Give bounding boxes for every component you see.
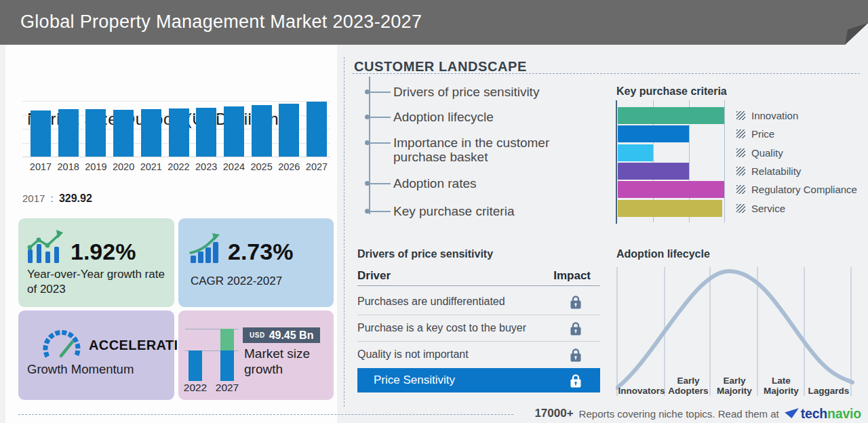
kpc-legend-item-relatability: Relatability [736,165,801,177]
legend-swatch-icon [736,167,745,176]
lock-icon [570,321,581,336]
callout-value: 329.92 [59,193,92,204]
page-title: Global Property Management Market 2023-2… [20,0,422,43]
kpc-bar-relatability [618,163,689,180]
market-size-bar-2023 [196,108,216,157]
growth-amount-badge: USD 49.45 Bn [243,327,320,343]
legend-label: Innovation [751,110,798,121]
speedometer-icon [41,329,82,359]
customer-landscape-title: CUSTOMER LANDSCAPE [354,59,527,75]
landscape-item: Adoption lifecycle [393,110,612,124]
column-divider [344,57,344,407]
market-size-bar-2020 [113,110,134,157]
growth-year-label: 2022 [184,382,207,394]
market-size-bar-2021 [141,109,161,157]
gridline [22,101,330,102]
brand-tech: tech [801,406,827,421]
market-size-bar-2019 [85,109,106,157]
brand-navio: navio [827,406,861,421]
landscape-item: Adoption rates [393,176,612,190]
market-size-bar-chart [22,95,330,157]
landscape-item: Importance in the customer purchase bask… [393,136,604,164]
footer: 17000+ Reports covering niche topics. Re… [534,405,861,422]
kpc-bar-quality [618,144,653,161]
market-size-bar-2017 [31,110,51,157]
drivers-title: Drivers of price sensitivity [357,248,493,260]
report-count: 17000+ [534,407,573,420]
badge-currency: USD [250,331,265,339]
legend-swatch-icon [736,129,745,138]
kpc-legend-item-price: Price [736,128,774,140]
landscape-item: Drivers of price sensitivity [393,85,612,99]
driver-label: Price Sensitivity [357,374,455,387]
landscape-item: Key purchase criteria [393,204,612,218]
legend-label: Regulatory Compliance [751,184,857,195]
callout-year: 2017 [22,193,45,204]
legend-label: Price [751,128,774,140]
lifecycle-stage: Innovators [614,371,669,396]
lifecycle-stage: Laggards [802,371,856,396]
lifecycle-stage: Early Majority [707,371,762,396]
year-tick-label: 2023 [195,161,217,172]
yoy-growth-value: 1.92% [71,239,136,265]
market-size-bar-2024 [224,106,244,157]
col-impact: Impact [553,269,591,283]
legend-swatch-icon [736,185,745,194]
lock-icon [570,295,581,309]
cagr-value: 2.73% [228,239,293,265]
market-size-bar-2018 [58,109,79,157]
kpc-bar-price [618,125,689,142]
x-axis-line [22,157,330,157]
year-tick-label: 2025 [250,161,272,172]
kpc-bar-regulatory-compliance [618,181,724,198]
lifecycle-stage: Late Majority [754,371,808,396]
col-driver: Driver [357,269,391,283]
year-tick-label: 2027 [306,161,328,172]
technavio-logo: technavio [785,406,861,422]
lock-icon [570,348,581,362]
badge-amount: 49.45 Bn [269,329,314,342]
header-banner: Global Property Management Market 2023-2… [0,0,868,45]
growth-year-label: 2027 [216,382,239,394]
year-tick-label: 2021 [140,161,162,172]
driver-row-highlighted: Price Sensitivity [357,368,600,392]
kpc-y-axis [616,100,617,224]
kpc-legend-item-regulatory-compliance: Regulatory Compliance [736,184,857,196]
kpc-legend-item-innovation: Innovation [736,110,798,122]
kpc-legend-item-service: Service [736,202,785,214]
year-tick-label: 2026 [278,161,300,172]
market-size-bar-2027 [307,102,327,157]
growth-bar-2022 [189,350,202,381]
market-size-bar-2022 [169,108,189,157]
year-tick-label: 2018 [58,161,79,172]
driver-label: Purchase is a key cost to the buyer [357,322,526,334]
market-size-bar-2025 [252,105,272,157]
cagr-label: CAGR 2022-2027 [191,274,326,289]
kpc-title: Key purchase criteria [616,85,727,98]
header-rule [357,285,600,286]
market-size-bar-2026 [279,104,299,157]
year-tick-label: 2019 [85,161,106,172]
legend-swatch-icon [736,204,745,213]
gridline [724,100,725,222]
driver-row: Purchases are undifferentiated [357,289,600,315]
footer-dashed-line [18,414,513,415]
year-tick-label: 2020 [113,161,134,172]
year-tick-label: 2022 [167,161,189,172]
growth-arrow-icon [189,233,223,263]
year-tick-label: 2017 [30,161,52,172]
yoy-growth-label: Year-over-Year growth rate of 2023 [27,267,166,298]
drivers-table-header: Driver Impact [357,269,600,283]
chart-callout: 2017 : 329.92 [22,193,92,205]
legend-label: Quality [751,147,783,159]
footer-note: Reports covering niche topics. Read them… [579,408,779,420]
kpc-bar-service [618,200,722,217]
growth-card-label: Market size growth [244,346,326,377]
year-tick-label: 2024 [223,161,245,172]
legend-swatch-icon [736,111,745,120]
growth-bar-2027 [220,350,234,381]
driver-label: Quality is not important [357,348,469,361]
lifecycle-title: Adoption lifecycle [616,248,710,260]
lock-icon [570,374,581,388]
tree-connector-line [369,77,370,214]
